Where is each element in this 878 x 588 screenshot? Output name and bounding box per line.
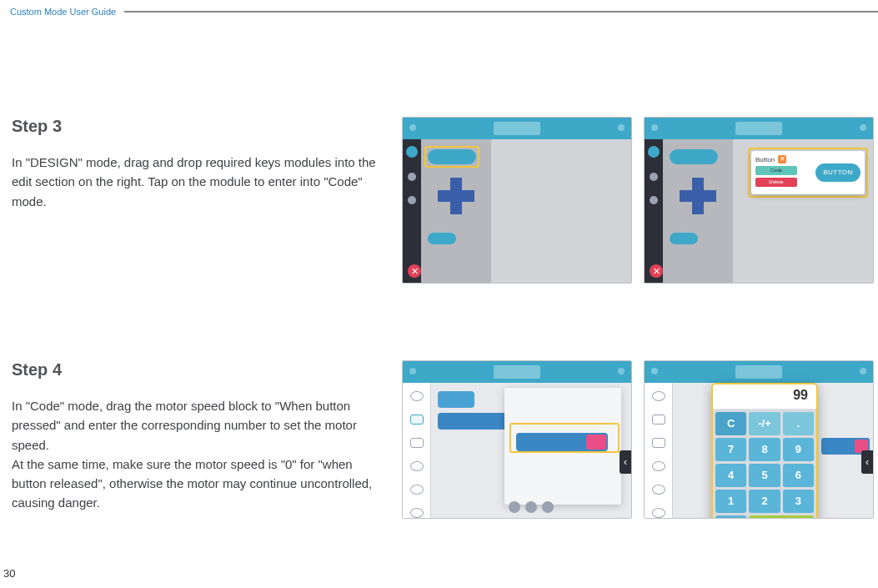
- step-3-text: Step 3 In "DESIGN" mode, drag and drop r…: [12, 117, 385, 211]
- code-category-sidebar: [645, 383, 673, 518]
- keypad-sign-key: -/+: [749, 412, 780, 435]
- code-category-sidebar: [403, 383, 431, 518]
- step-4-images: ‹: [402, 360, 874, 519]
- step-4-title: Step 4: [12, 360, 385, 379]
- module-popup: Button ✕ Code Delete BUTTON: [751, 151, 865, 194]
- keypad-6-key: 6: [783, 464, 814, 487]
- category-icon: [410, 438, 424, 448]
- highlight-frame: [424, 146, 479, 168]
- category-icon: [652, 461, 665, 471]
- screenshot-design-mode: ✕: [402, 117, 632, 284]
- bluetooth-icon: [618, 368, 625, 374]
- code-block: [438, 391, 474, 408]
- bluetooth-icon: [618, 124, 625, 131]
- code-block: [438, 413, 513, 430]
- step-4-row: Step 4 In "Code" mode, drag the motor sp…: [12, 360, 866, 519]
- dpad-module: [680, 178, 716, 214]
- nav-icon: [648, 146, 660, 158]
- app-topbar: [645, 361, 873, 383]
- close-icon: ✕: [650, 264, 663, 278]
- block-palette: [438, 391, 513, 430]
- highlight-frame: [509, 423, 620, 453]
- popup-title: Button: [755, 156, 775, 163]
- mode-tab: [494, 122, 540, 135]
- guide-title: Custom Mode User Guide: [10, 7, 116, 17]
- app-topbar: [403, 361, 631, 383]
- keypad-keys: C -/+ . 7 8 9 4 5 6 1 2 3 0 ✓: [713, 410, 816, 519]
- nav-icon: [408, 173, 416, 181]
- step-3-body: In "DESIGN" mode, drag and drop required…: [12, 153, 385, 211]
- category-icon: [410, 415, 424, 425]
- keypad-1-key: 1: [715, 490, 746, 513]
- button-module: [670, 149, 718, 164]
- keypad-9-key: 9: [783, 438, 814, 461]
- category-icon: [410, 461, 424, 471]
- keypad-clear-key: C: [715, 412, 746, 435]
- screenshot-code-mode: ‹: [402, 360, 632, 519]
- step-3-images: ✕ ✕: [402, 117, 874, 284]
- app-topbar: [645, 118, 873, 139]
- keypad-3-key: 3: [783, 490, 814, 513]
- close-icon: ✕: [408, 264, 421, 278]
- nav-icon: [650, 196, 658, 204]
- page-content: Step 3 In "DESIGN" mode, drag and drop r…: [0, 117, 878, 519]
- step-3-row: Step 3 In "DESIGN" mode, drag and drop r…: [12, 117, 866, 284]
- expand-chevron-icon: ‹: [620, 450, 631, 474]
- keypad-5-key: 5: [749, 464, 780, 487]
- back-icon: [651, 124, 658, 131]
- bluetooth-icon: [860, 124, 866, 131]
- category-icon: [652, 415, 665, 425]
- nav-icon: [408, 196, 416, 204]
- category-icon: [410, 508, 424, 518]
- step-3-title: Step 3: [12, 117, 385, 136]
- header-bar: Custom Mode User Guide: [0, 0, 878, 17]
- screenshot-module-popup: ✕ Button ✕ Code Delete BUTTON: [644, 117, 874, 284]
- screenshot-keypad: ‹ 99 C -/+ . 7 8 9 4 5 6 1 2: [644, 360, 874, 519]
- keypad-7-key: 7: [715, 438, 746, 461]
- keypad-dot-key: .: [783, 412, 814, 435]
- mode-tab: [735, 122, 782, 135]
- category-icon: [652, 485, 665, 495]
- app-topbar: [403, 118, 631, 139]
- canvas-controls: [509, 501, 554, 513]
- step-4-text: Step 4 In "Code" mode, drag the motor sp…: [12, 360, 385, 513]
- popup-code-option: Code: [755, 166, 797, 175]
- control-icon: [509, 501, 520, 513]
- keypad-8-key: 8: [749, 438, 780, 461]
- header-rule: [124, 11, 878, 13]
- back-icon: [409, 124, 416, 131]
- popup-delete-option: Delete: [755, 178, 797, 187]
- popup-close-icon: ✕: [778, 155, 786, 163]
- toggle-module: [670, 233, 698, 244]
- keypad-4-key: 4: [715, 464, 746, 487]
- expand-chevron-icon: ‹: [861, 450, 873, 474]
- nav-icon: [650, 173, 658, 181]
- category-icon: [410, 485, 424, 495]
- step-4-body: In "Code" mode, drag the motor speed blo…: [12, 396, 385, 513]
- bluetooth-icon: [860, 368, 866, 374]
- numeric-keypad: 99 C -/+ . 7 8 9 4 5 6 1 2 3 0: [711, 383, 818, 519]
- popup-button-pill: BUTTON: [815, 163, 860, 182]
- mode-tab: [494, 365, 540, 379]
- control-icon: [542, 501, 554, 513]
- left-nav: [403, 139, 421, 283]
- left-nav: [645, 139, 663, 283]
- keypad-0-key: 0: [715, 515, 746, 519]
- page-number: 30: [3, 567, 15, 580]
- category-icon: [652, 438, 665, 448]
- category-icon: [652, 391, 665, 401]
- control-icon: [525, 501, 537, 513]
- nav-icon: [406, 146, 418, 158]
- category-icon: [410, 391, 424, 401]
- code-canvas: ‹: [431, 383, 631, 518]
- keypad-2-key: 2: [749, 490, 780, 513]
- keypad-display: 99: [713, 384, 816, 410]
- popup-title-row: Button ✕: [755, 155, 810, 163]
- mode-tab: [735, 365, 782, 379]
- category-icon: [652, 508, 665, 518]
- back-icon: [409, 368, 416, 374]
- dpad-module: [438, 178, 474, 214]
- keypad-confirm-key: ✓: [749, 515, 814, 519]
- toggle-module: [428, 233, 456, 244]
- back-icon: [651, 368, 658, 374]
